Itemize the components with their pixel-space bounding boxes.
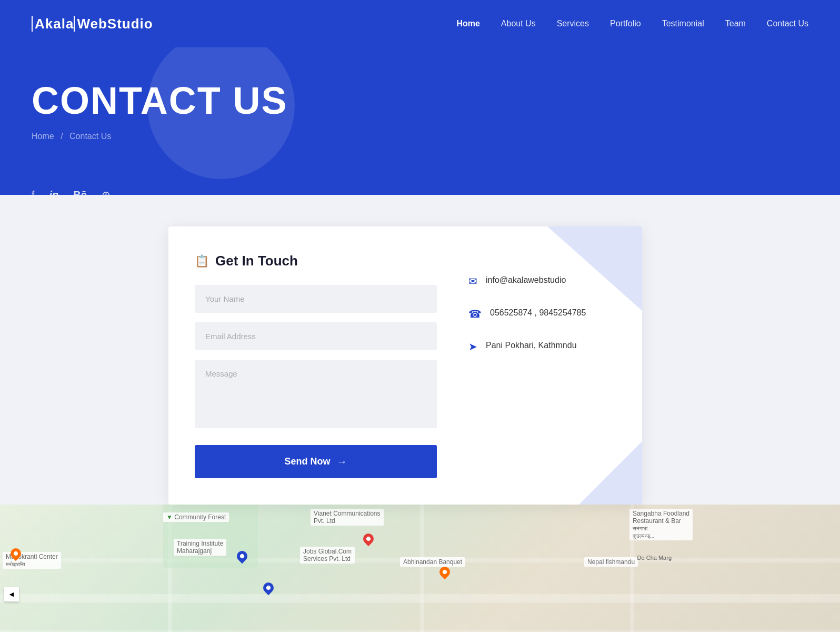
map-placeholder[interactable]: ▼ Community Forest Training InstituteMah… <box>0 505 840 632</box>
send-button-label: Send Now <box>284 456 330 467</box>
dribbble-icon[interactable]: ⊕ <box>102 189 111 195</box>
address-text: Pani Pokhari, Kathmndu <box>486 339 577 352</box>
email-icon: ✉ <box>468 275 477 288</box>
message-textarea[interactable] <box>195 360 437 428</box>
nav-item-testimonial[interactable]: Testimonial <box>662 19 704 28</box>
nav-item-team[interactable]: Team <box>725 19 746 28</box>
nav-menu: Home About Us Services Portfolio Testimo… <box>456 19 808 28</box>
arrow-right-icon: → <box>337 456 347 468</box>
address-info-item: ➤ Pani Pokhari, Kathmndu <box>468 339 616 353</box>
email-input[interactable] <box>195 322 437 350</box>
map-label-banquet: Abhinandan Banquet <box>400 557 465 567</box>
map-label-forest: ▼ Community Forest <box>163 512 229 522</box>
name-input[interactable] <box>195 285 437 313</box>
nav-item-services[interactable]: Services <box>557 19 589 28</box>
map-section: ▼ Community Forest Training InstituteMah… <box>0 505 840 632</box>
main-content: 📋 Get In Touch Send Now → ✉ info@akalawe… <box>0 195 840 505</box>
map-label-training: Training InstituteMaharajganj <box>174 539 226 556</box>
email-text: info@akalawebstudio <box>486 274 566 287</box>
section-title: 📋 Get In Touch <box>195 253 437 269</box>
contact-card: 📋 Get In Touch Send Now → ✉ info@akalawe… <box>168 226 642 505</box>
page-title: CONTACT US <box>32 79 808 122</box>
logo-part2: WebStudio <box>74 16 153 32</box>
facebook-icon[interactable]: f <box>32 189 35 195</box>
nav-item-portfolio[interactable]: Portfolio <box>610 19 641 28</box>
map-label-fishmandu: Nepal fishmandu <box>584 557 638 567</box>
contact-card-icon: 📋 <box>195 254 209 268</box>
section-title-text: Get In Touch <box>215 253 298 269</box>
breadcrumb-current: Contact Us <box>69 132 111 141</box>
breadcrumb-separator: / <box>61 132 63 141</box>
map-label-vianet: Vianet CommunicationsPvt. Ltd <box>311 509 384 526</box>
breadcrumb-home[interactable]: Home <box>32 132 54 141</box>
nav-item-contact[interactable]: Contact Us <box>767 19 808 28</box>
breadcrumb: Home / Contact Us <box>32 132 808 141</box>
phone-icon: ☎ <box>468 308 482 320</box>
location-icon: ➤ <box>468 340 477 353</box>
nav-item-about[interactable]: About Us <box>501 19 536 28</box>
social-bar: f in Bē ⊕ <box>32 189 111 195</box>
map-label-jobs: Jobs Global.ComServices Pvt. Ltd <box>300 547 355 564</box>
map-label-sangabha: Sangabha FoodlandRestaurant & Barसनगाभाक… <box>629 509 693 540</box>
send-button[interactable]: Send Now → <box>195 445 437 478</box>
contact-info-section: ✉ info@akalawebstudio ☎ 056525874 , 9845… <box>468 253 616 478</box>
hero-section: CONTACT US Home / Contact Us f in Bē ⊕ <box>0 47 840 195</box>
behance-icon[interactable]: Bē <box>73 189 87 195</box>
email-info-item: ✉ info@akalawebstudio <box>468 274 616 288</box>
logo-part1: Akala <box>32 16 74 32</box>
map-label-docha: Do Cha Marg <box>637 555 672 561</box>
phone-info-item: ☎ 056525874 , 9845254785 <box>468 307 616 320</box>
contact-form-section: 📋 Get In Touch Send Now → <box>195 253 437 478</box>
phone-text: 056525874 , 9845254785 <box>490 307 586 319</box>
logo[interactable]: AkalaWebStudio <box>32 16 153 32</box>
linkedin-icon[interactable]: in <box>49 189 59 195</box>
nav-item-home[interactable]: Home <box>456 19 479 28</box>
navbar: AkalaWebStudio Home About Us Services Po… <box>0 0 840 47</box>
map-scroll-button[interactable]: ◄ <box>4 587 19 601</box>
